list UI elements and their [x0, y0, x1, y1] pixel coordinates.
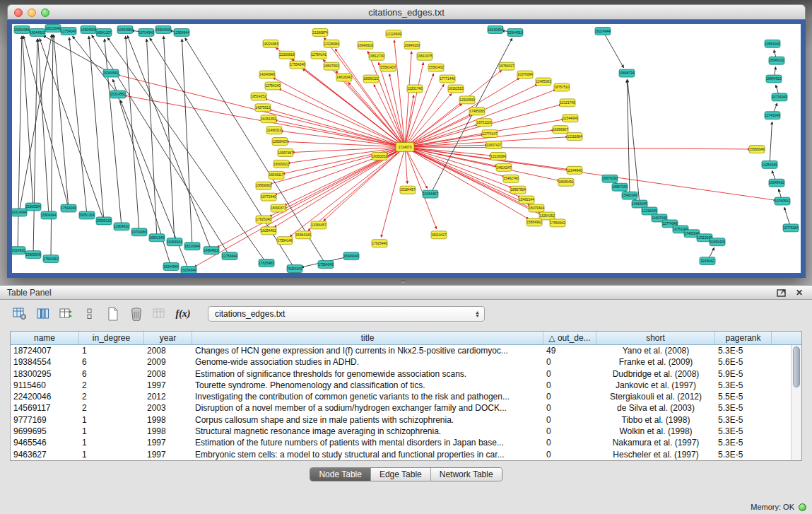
- column-header-in_degree[interactable]: in_degree: [79, 332, 144, 344]
- table-cell[interactable]: 1: [79, 437, 144, 448]
- table-row[interactable]: 1872400712008Changes of HCN gene express…: [11, 345, 791, 356]
- graph-node[interactable]: 17594146: [277, 237, 293, 245]
- table-cell[interactable]: 22420046: [11, 391, 79, 402]
- graph-node[interactable]: 15905049: [25, 251, 41, 259]
- table-cell[interactable]: 1: [79, 426, 144, 437]
- graph-node[interactable]: 18049102: [769, 57, 784, 64]
- graph-node[interactable]: 18095491: [558, 178, 574, 186]
- tab-network-table[interactable]: Network Table: [430, 468, 502, 481]
- graph-edge[interactable]: [269, 110, 405, 147]
- graph-node[interactable]: 15364140: [295, 231, 311, 239]
- graph-node[interactable]: 11466310: [266, 127, 282, 134]
- graph-node[interactable]: 12904910: [114, 223, 129, 230]
- table-source-dropdown[interactable]: citations_edges.txt ▲▼: [208, 306, 485, 322]
- graph-node[interactable]: 20160540: [103, 69, 119, 77]
- graph-node[interactable]: 10773440: [261, 193, 276, 201]
- graph-node[interactable]: 12743049: [765, 112, 780, 119]
- graph-node[interactable]: 17485083: [469, 107, 485, 115]
- table-cell[interactable]: 2: [79, 402, 144, 414]
- graph-node[interactable]: 16036117: [269, 171, 284, 179]
- graph-node[interactable]: 17594049: [318, 261, 334, 269]
- table-cell[interactable]: 1: [79, 414, 144, 426]
- table-cell[interactable]: 18724007: [11, 345, 79, 356]
- table-cell[interactable]: Genome-wide association studies in ADHD.: [192, 356, 543, 368]
- new-column-icon[interactable]: [105, 306, 122, 322]
- table-cell[interactable]: 1997: [144, 449, 192, 460]
- table-cell[interactable]: 0: [543, 437, 596, 448]
- column-header-year[interactable]: year: [144, 332, 192, 344]
- tab-node-table[interactable]: Node Table: [310, 468, 370, 481]
- graph-edge[interactable]: [405, 147, 751, 149]
- graph-node[interactable]: 92450420: [710, 238, 725, 246]
- table-cell[interactable]: Wolkin et al. (1998): [596, 426, 715, 437]
- zoom-window-button[interactable]: [41, 8, 49, 17]
- close-window-button[interactable]: [14, 8, 23, 17]
- graph-node[interactable]: 92734049: [772, 93, 787, 101]
- graph-edge[interactable]: [18, 36, 22, 250]
- table-cell[interactable]: Structural magnetic resonance image aver…: [192, 426, 543, 437]
- column-header-title[interactable]: title: [192, 332, 543, 344]
- graph-node[interactable]: 19613075: [417, 52, 433, 60]
- function-builder-icon[interactable]: f(x): [175, 306, 192, 322]
- graph-node[interactable]: 19569082: [256, 182, 271, 189]
- graph-node[interactable]: 16151352: [261, 115, 276, 123]
- graph-node[interactable]: 18210944: [184, 243, 200, 250]
- table-cell[interactable]: Franke et al. (2009): [596, 356, 715, 368]
- graph-node[interactable]: 12485083: [536, 78, 551, 86]
- table-cell[interactable]: 5.5E-5: [715, 391, 772, 402]
- graph-edge[interactable]: [405, 147, 492, 156]
- table-cell[interactable]: 2009: [144, 356, 192, 368]
- table-cell[interactable]: Estimation of the future numbers of pati…: [192, 437, 543, 448]
- window-titlebar[interactable]: citations_edges.txt: [7, 4, 806, 20]
- graph-node[interactable]: 12216049: [642, 207, 657, 215]
- table-cell[interactable]: 5.3E-5: [715, 380, 772, 391]
- graph-edge[interactable]: [273, 78, 405, 147]
- graph-node[interactable]: 13154457: [311, 221, 326, 229]
- table-cell[interactable]: 5.3E-5: [715, 402, 772, 414]
- graph-node[interactable]: 18224083: [263, 40, 278, 47]
- table-cell[interactable]: Jankovic et al. (1997): [596, 380, 715, 391]
- table-cell[interactable]: 49: [543, 345, 596, 356]
- table-cell[interactable]: 2012: [144, 391, 192, 402]
- close-panel-icon[interactable]: ✕: [794, 288, 805, 298]
- graph-edge[interactable]: [405, 147, 776, 200]
- table-cell[interactable]: 19384554: [11, 356, 79, 368]
- graph-edge[interactable]: [127, 35, 211, 250]
- graph-node[interactable]: 18514252: [251, 93, 266, 100]
- graph-node[interactable]: 1724070: [396, 143, 414, 152]
- graph-node[interactable]: 19314044: [12, 209, 27, 216]
- tab-edge-table[interactable]: Edge Table: [370, 468, 430, 481]
- graph-node[interactable]: 10760541: [775, 197, 790, 205]
- graph-edge[interactable]: [281, 131, 405, 147]
- graph-node[interactable]: 17544910: [43, 255, 59, 263]
- graph-node[interactable]: 16541207: [96, 28, 112, 36]
- delete-column-icon[interactable]: [128, 306, 145, 322]
- graph-node[interactable]: 14275512: [255, 104, 271, 112]
- panel-resize-handle[interactable]: [401, 280, 406, 284]
- graph-node[interactable]: 17594042: [550, 219, 565, 227]
- table-cell[interactable]: Disruption of a novel member of a sodium…: [192, 402, 543, 414]
- graph-edge[interactable]: [278, 88, 405, 147]
- graph-node[interactable]: 14254049: [762, 160, 777, 168]
- table-cell[interactable]: 6: [79, 356, 144, 368]
- graph-node[interactable]: 20314552: [110, 90, 126, 98]
- show-columns-icon[interactable]: [35, 306, 52, 322]
- graph-edge[interactable]: [69, 37, 87, 216]
- graph-node[interactable]: 15079344: [529, 204, 544, 212]
- graph-node[interactable]: 15854962: [526, 218, 542, 226]
- graph-node[interactable]: 17771440: [440, 75, 455, 83]
- table-cell[interactable]: 9463627: [11, 449, 79, 460]
- table-cell[interactable]: Corpus callosum shape and size in male p…: [192, 414, 543, 426]
- table-cell[interactable]: Stergiakouli et al. (2012): [596, 391, 715, 402]
- graph-node[interactable]: 15492049: [622, 192, 637, 199]
- network-view[interactable]: 1822408322260818175542461424094012754140…: [7, 20, 806, 278]
- table-cell[interactable]: 5.3E-5: [715, 437, 772, 448]
- graph-node[interactable]: 16760427: [499, 62, 514, 70]
- graph-node[interactable]: 10376084: [517, 71, 533, 78]
- graph-node[interactable]: 12124549: [386, 30, 401, 37]
- graph-node[interactable]: 15184457: [400, 186, 416, 194]
- column-header-name[interactable]: name: [11, 332, 79, 344]
- graph-node[interactable]: 76254049: [287, 265, 302, 273]
- graph-node[interactable]: 18090373: [271, 204, 286, 212]
- graph-edge[interactable]: [43, 35, 111, 73]
